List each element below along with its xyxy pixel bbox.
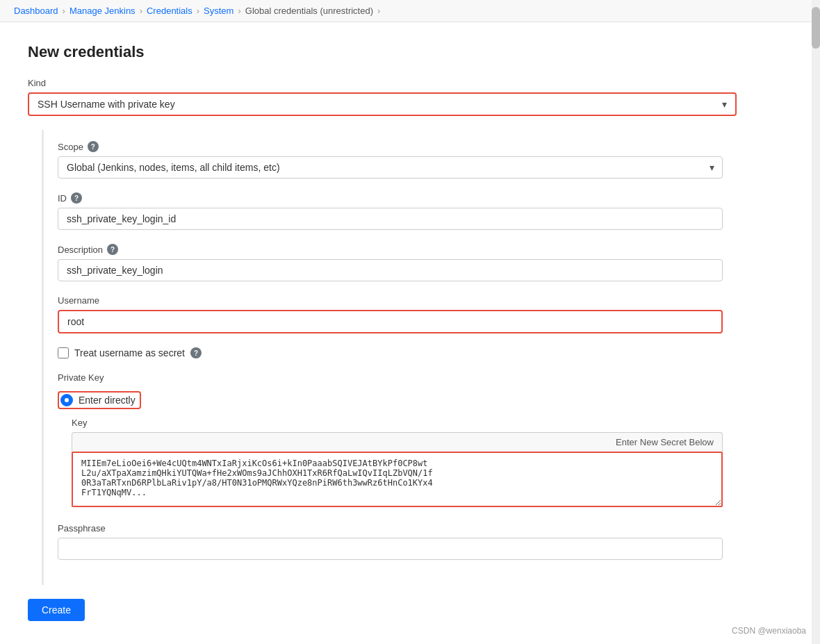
enter-directly-label: Enter directly bbox=[79, 395, 136, 406]
passphrase-label: Passphrase bbox=[58, 523, 723, 534]
username-label: Username bbox=[58, 295, 723, 306]
enter-directly-radio[interactable] bbox=[60, 394, 73, 406]
id-input[interactable] bbox=[58, 208, 723, 230]
private-key-label: Private Key bbox=[58, 372, 723, 383]
username-input[interactable] bbox=[58, 310, 723, 333]
kind-select-wrapper: SSH Username with private key Username w… bbox=[28, 92, 737, 116]
scope-label: Scope ? bbox=[58, 141, 723, 152]
enter-directly-box: Enter directly bbox=[58, 391, 141, 409]
kind-group: Kind SSH Username with private key Usern… bbox=[28, 78, 737, 116]
description-help-icon[interactable]: ? bbox=[107, 244, 118, 255]
treat-username-help-icon[interactable]: ? bbox=[190, 347, 202, 358]
id-group: ID ? bbox=[58, 192, 723, 230]
scrollbar-track bbox=[812, 0, 820, 642]
key-label: Key bbox=[72, 418, 723, 428]
id-help-icon[interactable]: ? bbox=[71, 192, 82, 204]
key-textarea-wrapper: MIIEm7eLioOei6+We4cUQtm4WNTxIaRjxiKcOs6i… bbox=[72, 452, 723, 509]
treat-username-label: Treat username as secret bbox=[74, 347, 185, 358]
breadcrumb: Dashboard › Manage Jenkins › Credentials… bbox=[0, 0, 820, 22]
csdn-watermark: CSDN @wenxiaoba bbox=[732, 626, 806, 636]
breadcrumb-system[interactable]: System bbox=[204, 6, 233, 16]
kind-label: Kind bbox=[28, 78, 737, 88]
key-textarea[interactable]: MIIEm7eLioOei6+We4cUQtm4WNTxIaRjxiKcOs6i… bbox=[72, 452, 723, 507]
indented-section: Scope ? Global (Jenkins, nodes, items, a… bbox=[42, 130, 737, 585]
scope-group: Scope ? Global (Jenkins, nodes, items, a… bbox=[58, 141, 723, 179]
passphrase-group: Passphrase bbox=[58, 523, 723, 560]
main-content: New credentials Kind SSH Username with p… bbox=[0, 22, 764, 642]
treat-username-row: Treat username as secret ? bbox=[58, 347, 723, 358]
private-key-group: Private Key Enter directly Key Enter New… bbox=[58, 372, 723, 509]
scrollbar-thumb[interactable] bbox=[812, 7, 820, 49]
passphrase-input[interactable] bbox=[58, 538, 723, 560]
kind-select[interactable]: SSH Username with private key Username w… bbox=[29, 94, 735, 115]
scope-select-wrapper: Global (Jenkins, nodes, items, all child… bbox=[58, 156, 723, 179]
breadcrumb-dashboard[interactable]: Dashboard bbox=[14, 6, 58, 16]
scope-help-icon[interactable]: ? bbox=[88, 141, 99, 152]
treat-username-checkbox[interactable] bbox=[58, 347, 69, 358]
page-title: New credentials bbox=[28, 43, 737, 61]
breadcrumb-manage-jenkins[interactable]: Manage Jenkins bbox=[69, 6, 136, 16]
scope-select[interactable]: Global (Jenkins, nodes, items, all child… bbox=[58, 156, 723, 179]
username-group: Username bbox=[58, 295, 723, 333]
id-label: ID ? bbox=[58, 192, 723, 204]
description-group: Description ? bbox=[58, 244, 723, 281]
breadcrumb-credentials[interactable]: Credentials bbox=[147, 6, 192, 16]
key-header: Enter New Secret Below bbox=[72, 432, 723, 452]
key-section: Key Enter New Secret Below MIIEm7eLioOei… bbox=[72, 418, 723, 509]
description-input[interactable] bbox=[58, 259, 723, 281]
enter-directly-row: Enter directly bbox=[58, 391, 723, 409]
description-label: Description ? bbox=[58, 244, 723, 255]
breadcrumb-global-credentials: Global credentials (unrestricted) bbox=[245, 6, 373, 16]
create-button[interactable]: Create bbox=[28, 599, 85, 621]
